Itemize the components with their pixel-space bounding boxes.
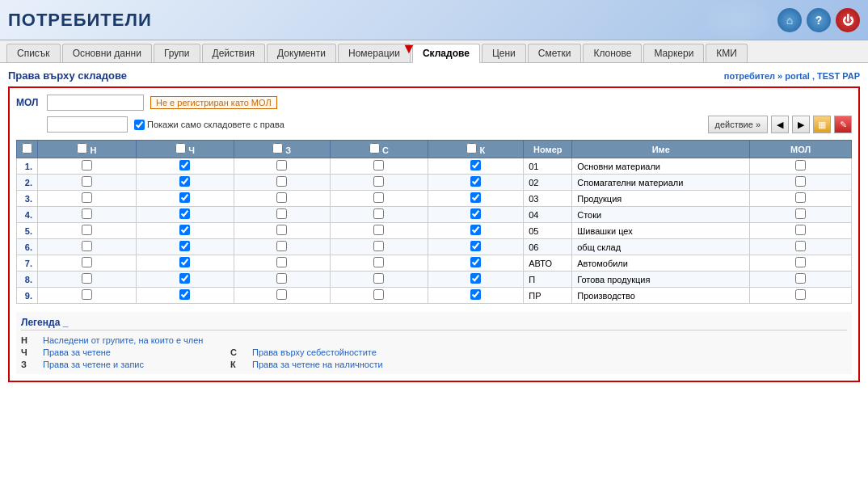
row-mol-cb-5[interactable] xyxy=(795,241,806,251)
row-k-8[interactable] xyxy=(428,288,524,304)
row-z-cb-4[interactable] xyxy=(276,225,287,235)
row-s-cb-4[interactable] xyxy=(373,225,384,235)
tab-osnovni-danni[interactable]: Основни данни xyxy=(62,44,152,62)
nav-grid-button[interactable]: ▦ xyxy=(813,116,831,133)
show-rights-checkbox[interactable] xyxy=(134,120,145,130)
row-mol-0[interactable] xyxy=(750,158,852,175)
row-mol-6[interactable] xyxy=(750,255,852,272)
row-ch-cb-6[interactable] xyxy=(179,257,190,267)
row-mol-cb-3[interactable] xyxy=(795,208,806,219)
row-ch-2[interactable] xyxy=(136,191,234,207)
row-z-2[interactable] xyxy=(234,191,330,207)
row-ch-cb-7[interactable] xyxy=(179,273,190,284)
row-ch-5[interactable] xyxy=(136,239,234,255)
row-k-7[interactable] xyxy=(428,272,524,288)
row-z-4[interactable] xyxy=(234,223,330,239)
row-ch-6[interactable] xyxy=(136,255,234,272)
row-mol-2[interactable] xyxy=(750,191,852,207)
tab-ceni[interactable]: Цени xyxy=(482,44,526,62)
row-mol-cb-1[interactable] xyxy=(795,176,806,187)
row-h-cb-1[interactable] xyxy=(82,176,92,187)
col-ch-checkbox[interactable] xyxy=(175,143,186,154)
row-ch-1[interactable] xyxy=(136,175,234,191)
row-ch-cb-2[interactable] xyxy=(179,192,190,203)
row-h-2[interactable] xyxy=(38,191,137,207)
row-s-cb-1[interactable] xyxy=(373,176,384,187)
row-h-cb-7[interactable] xyxy=(82,273,92,284)
row-z-5[interactable] xyxy=(234,239,330,255)
row-h-cb-2[interactable] xyxy=(82,192,92,203)
row-ch-4[interactable] xyxy=(136,223,234,239)
row-ch-7[interactable] xyxy=(136,272,234,288)
row-z-cb-3[interactable] xyxy=(276,208,287,219)
row-s-2[interactable] xyxy=(330,191,428,207)
row-h-7[interactable] xyxy=(38,272,137,288)
col-k-checkbox[interactable] xyxy=(466,143,477,154)
row-s-5[interactable] xyxy=(330,239,428,255)
row-mol-7[interactable] xyxy=(750,272,852,288)
tab-kmi[interactable]: КМИ xyxy=(706,44,748,62)
row-s-0[interactable] xyxy=(330,158,428,175)
row-ch-3[interactable] xyxy=(136,207,234,223)
power-button[interactable]: ⏻ xyxy=(836,8,860,32)
row-ch-0[interactable] xyxy=(136,158,234,175)
row-ch-cb-8[interactable] xyxy=(179,289,190,300)
row-k-6[interactable] xyxy=(428,255,524,272)
row-s-7[interactable] xyxy=(330,272,428,288)
row-s-cb-7[interactable] xyxy=(373,273,384,284)
row-mol-cb-6[interactable] xyxy=(795,257,806,267)
select-all-checkbox[interactable] xyxy=(22,143,32,154)
row-s-cb-5[interactable] xyxy=(373,241,384,251)
row-s-cb-8[interactable] xyxy=(373,289,384,300)
row-s-cb-6[interactable] xyxy=(373,257,384,267)
tab-dokumenti[interactable]: Документи xyxy=(267,44,336,62)
row-k-5[interactable] xyxy=(428,239,524,255)
row-s-1[interactable] xyxy=(330,175,428,191)
row-z-cb-7[interactable] xyxy=(276,273,287,284)
row-s-cb-2[interactable] xyxy=(373,192,384,203)
row-z-0[interactable] xyxy=(234,158,330,175)
row-mol-3[interactable] xyxy=(750,207,852,223)
tab-skladove[interactable]: Складове xyxy=(412,44,480,63)
row-s-4[interactable] xyxy=(330,223,428,239)
row-k-cb-0[interactable] xyxy=(470,160,481,171)
row-h-cb-5[interactable] xyxy=(82,241,92,251)
row-z-cb-6[interactable] xyxy=(276,257,287,267)
row-k-1[interactable] xyxy=(428,175,524,191)
row-mol-8[interactable] xyxy=(750,288,852,304)
row-s-6[interactable] xyxy=(330,255,428,272)
row-h-cb-0[interactable] xyxy=(82,160,92,171)
row-z-3[interactable] xyxy=(234,207,330,223)
row-h-0[interactable] xyxy=(38,158,137,175)
col-header-ch[interactable]: Ч xyxy=(136,141,234,158)
col-z-checkbox[interactable] xyxy=(272,143,283,154)
row-k-cb-7[interactable] xyxy=(470,273,481,284)
row-z-cb-0[interactable] xyxy=(276,160,287,171)
row-mol-1[interactable] xyxy=(750,175,852,191)
row-h-cb-4[interactable] xyxy=(82,225,92,235)
row-k-cb-2[interactable] xyxy=(470,192,481,203)
row-k-cb-6[interactable] xyxy=(470,257,481,267)
col-s-checkbox[interactable] xyxy=(369,143,380,154)
row-k-cb-1[interactable] xyxy=(470,176,481,187)
row-z-cb-1[interactable] xyxy=(276,176,287,187)
row-ch-cb-5[interactable] xyxy=(179,241,190,251)
row-h-cb-8[interactable] xyxy=(82,289,92,300)
row-mol-cb-8[interactable] xyxy=(795,289,806,300)
row-z-6[interactable] xyxy=(234,255,330,272)
row-h-1[interactable] xyxy=(38,175,137,191)
row-k-cb-3[interactable] xyxy=(470,208,481,219)
col-h-checkbox[interactable] xyxy=(77,143,87,154)
row-s-3[interactable] xyxy=(330,207,428,223)
tab-smetki[interactable]: Сметки xyxy=(528,44,582,62)
tab-grupi[interactable]: Групи xyxy=(154,44,200,62)
filter-input[interactable] xyxy=(47,116,128,133)
row-ch-cb-4[interactable] xyxy=(179,225,190,235)
row-k-3[interactable] xyxy=(428,207,524,223)
row-z-1[interactable] xyxy=(234,175,330,191)
col-header-z[interactable]: З xyxy=(234,141,330,158)
tab-spisak[interactable]: Списък xyxy=(6,44,61,62)
row-h-8[interactable] xyxy=(38,288,137,304)
row-mol-cb-0[interactable] xyxy=(795,160,806,171)
row-h-6[interactable] xyxy=(38,255,137,272)
